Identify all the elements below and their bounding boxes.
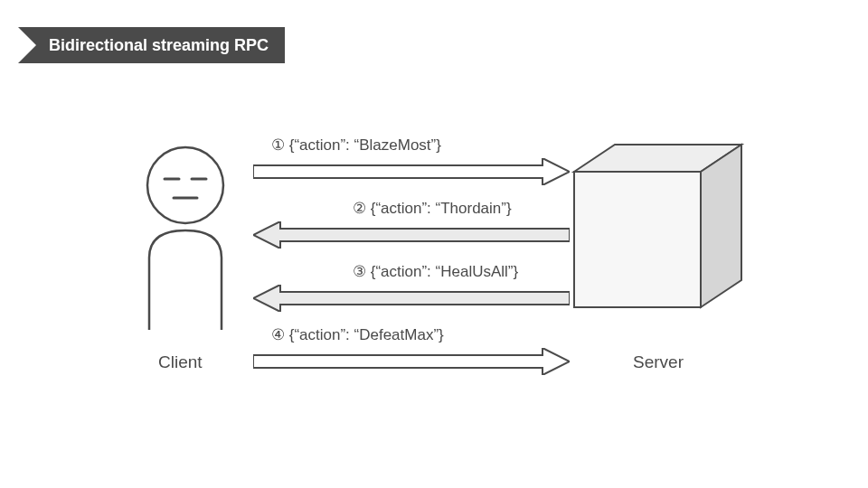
message-2-label: ② {“action”: “Thordain”} [353, 199, 512, 218]
svg-marker-10 [253, 348, 570, 375]
message-1-label: ① {“action”: “BlazeMost”} [271, 136, 441, 155]
client-label: Client [158, 352, 203, 372]
title-ribbon: Bidirectional streaming RPC [18, 27, 285, 63]
title-text: Bidirectional streaming RPC [49, 36, 269, 55]
arrow-1-right [253, 158, 570, 185]
arrow-4-right [253, 348, 570, 375]
client-icon [127, 140, 244, 339]
message-3-label: ③ {“action”: “HealUsAll”} [353, 262, 518, 281]
svg-marker-4 [574, 172, 701, 307]
svg-marker-8 [253, 221, 570, 249]
server-icon [565, 140, 764, 321]
diagram-stage: Bidirectional streaming RPC ① {“a [0, 0, 868, 488]
svg-marker-7 [253, 158, 570, 185]
svg-point-0 [147, 147, 223, 223]
svg-marker-9 [253, 285, 570, 312]
message-4-label: ④ {“action”: “DefeatMax”} [271, 325, 444, 344]
arrow-2-left [253, 221, 570, 249]
server-label: Server [633, 352, 684, 372]
svg-marker-6 [701, 145, 741, 307]
arrow-3-left [253, 285, 570, 312]
